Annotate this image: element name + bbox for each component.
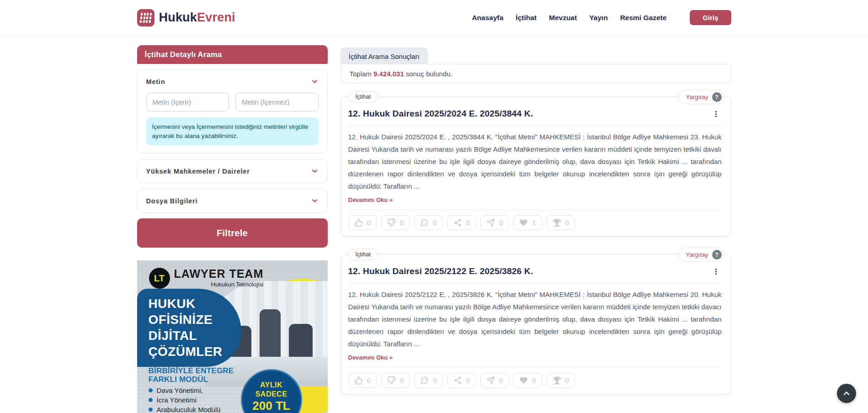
- card-excerpt: 12. Hukuk Dairesi 2025/2024 E. , 2025/38…: [348, 131, 722, 192]
- reaction-count: 0: [433, 219, 437, 227]
- text-excludes-input[interactable]: [235, 93, 319, 111]
- reaction-count: 0: [367, 219, 371, 227]
- card-title[interactable]: 12. Hukuk Dairesi 2025/2122 E. 2025/3826…: [348, 266, 533, 276]
- nav-item-ictihat[interactable]: İçtihat: [516, 14, 537, 22]
- card-title[interactable]: 12. Hukuk Dairesi 2025/2024 E. 2025/3844…: [348, 109, 533, 119]
- read-more-link[interactable]: Devamını Oku »: [348, 196, 393, 203]
- comment-icon: [420, 376, 429, 385]
- reaction-count: 1: [532, 219, 536, 227]
- ad-feature-item: Arabuluculuk Modülü: [149, 405, 245, 413]
- sidebar-title: İçtihat Detaylı Arama: [137, 45, 328, 64]
- trophy-icon: [553, 376, 561, 385]
- brand-logo[interactable]: HukukEvreni: [137, 9, 235, 26]
- chevron-down-icon: [311, 197, 319, 205]
- heart-button[interactable]: 0: [513, 373, 542, 388]
- card-excerpt: 12. Hukuk Dairesi 2025/2122 E. , 2025/38…: [348, 288, 722, 350]
- chevron-up-icon: [842, 389, 851, 398]
- comment-button[interactable]: 0: [414, 215, 442, 230]
- kebab-menu-icon[interactable]: [712, 268, 720, 275]
- reaction-count: 0: [499, 376, 503, 384]
- send-icon: [486, 218, 495, 227]
- reaction-count: 0: [400, 376, 404, 384]
- help-icon[interactable]: ?: [712, 92, 722, 102]
- metin-hint-alert: İçermesini veya İçermemesini istediğiniz…: [146, 117, 319, 145]
- metin-filter-panel: Metin İçermesini veya İçermemesini isted…: [137, 69, 328, 154]
- search-sidebar: İçtihat Detaylı Arama Metin İçermesini v…: [137, 45, 328, 413]
- reaction-count: 0: [565, 219, 569, 227]
- kebab-menu-icon[interactable]: [712, 110, 720, 118]
- trophy-icon: [553, 218, 561, 227]
- ad-advertiser-logo: LT LAWYER TEAM Hukukun Teknolojisi: [149, 268, 264, 289]
- reaction-count: 0: [565, 376, 569, 384]
- tab-ictihat-arama-sonuclari[interactable]: İçtihat Arama Sonuçları: [341, 48, 428, 64]
- reaction-count: 0: [367, 376, 371, 384]
- comment-icon: [420, 218, 429, 227]
- reaction-count: 0: [532, 376, 536, 384]
- share-button[interactable]: 0: [447, 373, 476, 388]
- thumbs-down-button[interactable]: 0: [381, 373, 410, 388]
- advertisement-banner[interactable]: LT LAWYER TEAM Hukukun Teknolojisi HUKUK…: [137, 260, 328, 413]
- reaction-count: 0: [466, 219, 470, 227]
- brand-logo-icon: [137, 9, 154, 26]
- main-nav: Anasayfa İçtihat Mevzuat Yayın Resmi Gaz…: [472, 10, 731, 25]
- results-area: İçtihat Arama Sonuçları Toplam 9.424.031…: [341, 45, 731, 394]
- thumbs-down-button[interactable]: 0: [381, 215, 410, 230]
- reaction-bar: 0000000: [347, 372, 723, 388]
- thumbs-up-button[interactable]: 0: [348, 373, 377, 388]
- metin-accordion-toggle[interactable]: Metin: [146, 78, 319, 85]
- top-navbar: HukukEvreni Anasayfa İçtihat Mevzuat Yay…: [0, 0, 868, 36]
- thumbs-up-icon: [354, 376, 363, 385]
- text-contains-input[interactable]: [146, 93, 229, 111]
- reaction-count: 0: [499, 219, 503, 227]
- chevron-down-icon: [311, 78, 319, 85]
- help-icon[interactable]: ?: [712, 250, 722, 259]
- reaction-count: 0: [466, 376, 470, 384]
- ad-headline-panel: HUKUK OFİSİNİZE DİJİTAL ÇÖZÜMLER: [137, 289, 241, 367]
- read-more-link[interactable]: Devamını Oku »: [348, 354, 393, 361]
- ad-tagline: Hukukun Teknolojisi: [211, 281, 264, 288]
- results-count: 9.424.031: [373, 70, 404, 78]
- file-info-label: Dosya Bilgileri: [146, 197, 198, 205]
- file-info-accordion-toggle[interactable]: Dosya Bilgileri: [146, 197, 319, 205]
- comment-button[interactable]: 0: [414, 373, 442, 388]
- heart-icon: [519, 218, 528, 227]
- ad-subheadline: BİRBİRİYLE ENTEGRE FARKLI MODÜL: [149, 366, 234, 384]
- heart-icon: [519, 376, 528, 385]
- nav-item-resmi-gazete[interactable]: Resmi Gazete: [620, 14, 667, 22]
- brand-name: HukukEvreni: [159, 11, 235, 25]
- thumbs-up-button[interactable]: 0: [348, 215, 377, 230]
- card-type-badge[interactable]: İçtihat: [348, 91, 378, 103]
- courts-accordion-toggle[interactable]: Yüksek Mahkemeler / Daireler: [146, 167, 319, 175]
- send-icon: [486, 376, 495, 385]
- nav-item-yayin[interactable]: Yayın: [589, 14, 608, 22]
- share-icon: [453, 376, 462, 385]
- heart-button[interactable]: 1: [513, 215, 542, 230]
- filter-button[interactable]: Filtrele: [137, 218, 328, 248]
- ad-feature-item: Dava Yönetimi,: [149, 386, 245, 395]
- ad-brand-name: LAWYER TEAM: [174, 268, 264, 281]
- send-button[interactable]: 0: [480, 215, 509, 230]
- trophy-button[interactable]: 0: [547, 215, 575, 230]
- metin-label: Metin: [146, 78, 165, 85]
- ad-feature-list: Dava Yönetimi, İcra Yönetimi Arabuluculu…: [149, 386, 245, 413]
- card-court-badge[interactable]: Yargıtay ?: [678, 248, 724, 262]
- card-type-badge[interactable]: İçtihat: [348, 249, 378, 260]
- share-button[interactable]: 0: [447, 215, 476, 230]
- chevron-down-icon: [311, 167, 319, 175]
- card-court-badge[interactable]: Yargıtay ?: [678, 90, 724, 104]
- courts-label: Yüksek Mahkemeler / Daireler: [146, 168, 250, 175]
- share-icon: [453, 218, 462, 227]
- send-button[interactable]: 0: [480, 373, 509, 388]
- reaction-count: 0: [400, 219, 404, 227]
- results-summary: Toplam 9.424.031 sonuç bulundu.: [341, 64, 731, 84]
- trophy-button[interactable]: 0: [547, 373, 575, 388]
- scroll-to-top-button[interactable]: [837, 384, 856, 403]
- login-button[interactable]: Giriş: [690, 10, 731, 25]
- reaction-bar: 0000010: [347, 215, 723, 231]
- nav-item-anasayfa[interactable]: Anasayfa: [472, 14, 503, 22]
- reaction-count: 0: [433, 376, 437, 384]
- thumbs-down-icon: [387, 376, 396, 385]
- result-card: İçtihat Yargıtay ? 12. Hukuk Dairesi 202…: [341, 96, 731, 237]
- nav-item-mevzuat[interactable]: Mevzuat: [549, 14, 577, 22]
- ad-feature-item: İcra Yönetimi: [149, 395, 245, 405]
